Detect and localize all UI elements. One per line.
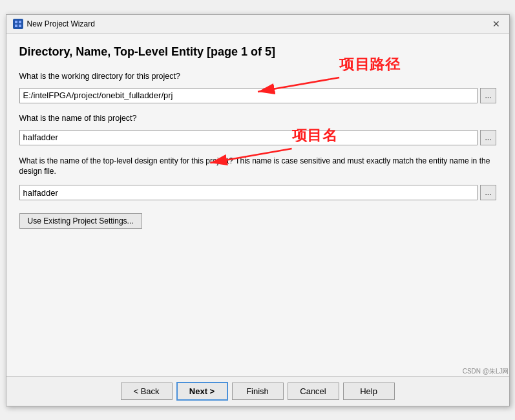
svg-text:项目路径: 项目路径	[339, 56, 401, 72]
next-button[interactable]: Next >	[176, 382, 228, 401]
dialog-body: Directory, Name, Top-Level Entity [page …	[6, 34, 509, 376]
dialog-window: New Project Wizard ✕ Directory, Name, To…	[6, 14, 510, 406]
help-button[interactable]: Help	[343, 383, 395, 400]
cancel-button[interactable]: Cancel	[288, 383, 339, 400]
top-level-browse-button[interactable]: ...	[480, 185, 496, 200]
working-dir-input[interactable]	[19, 88, 478, 103]
page-title: Directory, Name, Top-Level Entity [page …	[19, 45, 496, 59]
title-bar-text: New Project Wizard	[27, 19, 486, 28]
project-name-row: ...	[19, 130, 496, 145]
working-dir-label: What is the working directory for this p…	[19, 72, 496, 81]
project-name-input[interactable]	[19, 130, 478, 145]
title-bar: New Project Wizard ✕	[6, 15, 509, 34]
watermark-text: CSDN @朱LJ网	[463, 367, 509, 376]
svg-rect-3	[19, 25, 21, 27]
top-level-row: ...	[19, 185, 496, 200]
close-button[interactable]: ✕	[490, 19, 503, 28]
svg-rect-2	[15, 25, 17, 27]
back-button[interactable]: < Back	[121, 383, 173, 400]
use-existing-button[interactable]: Use Existing Project Settings...	[19, 213, 142, 229]
top-level-input[interactable]	[19, 185, 478, 200]
project-name-browse-button[interactable]: ...	[480, 130, 496, 145]
svg-rect-1	[19, 21, 21, 23]
project-name-label: What is the name of this project?	[19, 114, 496, 123]
app-icon	[13, 19, 23, 29]
svg-rect-0	[15, 21, 17, 23]
dialog-footer: < Back Next > Finish Cancel Help	[6, 376, 509, 406]
finish-button[interactable]: Finish	[232, 383, 284, 400]
working-dir-row: ...	[19, 88, 496, 103]
working-dir-browse-button[interactable]: ...	[480, 88, 496, 103]
top-level-desc: What is the name of the top-level design…	[19, 156, 496, 178]
